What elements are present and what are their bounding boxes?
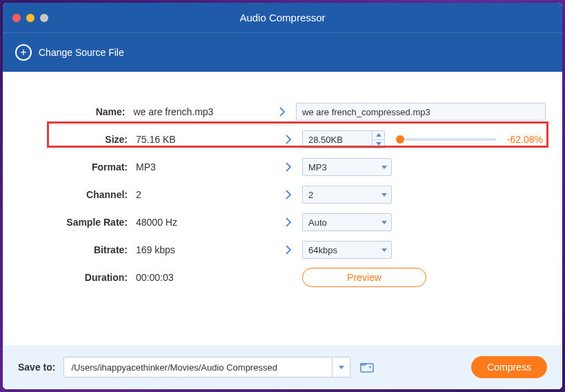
chevron-down-icon bbox=[377, 159, 391, 175]
arrow-icon bbox=[275, 135, 302, 144]
change-source-label: Change Source File bbox=[39, 47, 124, 58]
label-duration: Duration: bbox=[19, 272, 133, 283]
original-duration: 00:00:03 bbox=[133, 272, 275, 283]
size-slider[interactable] bbox=[399, 138, 496, 141]
original-channel: 2 bbox=[133, 189, 275, 200]
footer: Save to: Compress bbox=[3, 345, 562, 389]
maximize-icon[interactable] bbox=[40, 14, 48, 22]
slider-thumb[interactable] bbox=[396, 135, 404, 144]
row-sample-rate: Sample Rate: 48000 Hz Auto bbox=[19, 208, 546, 236]
row-channel: Channel: 2 2 bbox=[19, 181, 546, 208]
arrow-icon bbox=[275, 190, 302, 199]
label-channel: Channel: bbox=[19, 189, 133, 200]
plus-icon: + bbox=[15, 44, 32, 61]
save-path-dropdown-button[interactable] bbox=[333, 357, 350, 378]
arrow-icon bbox=[269, 107, 296, 117]
row-bitrate: Bitrate: 169 kbps 64kbps bbox=[19, 236, 546, 264]
open-folder-button[interactable] bbox=[359, 359, 375, 375]
window-controls bbox=[12, 14, 48, 22]
size-reduction-percent: -62.08% bbox=[507, 134, 546, 145]
content-area: Name: we are french.mp3 Size: 75.16 KB 2… bbox=[3, 72, 562, 345]
sample-rate-select-value: Auto bbox=[303, 214, 377, 231]
original-sample-rate: 48000 Hz bbox=[133, 217, 275, 228]
target-size-spinner[interactable]: 28.50KB bbox=[302, 130, 385, 148]
original-name: we are french.mp3 bbox=[130, 106, 268, 117]
channel-select-value: 2 bbox=[303, 186, 377, 203]
target-size-value: 28.50KB bbox=[303, 131, 372, 148]
label-bitrate: Bitrate: bbox=[19, 244, 133, 255]
row-duration: Duration: 00:00:03 Preview bbox=[19, 264, 546, 291]
row-format: Format: MP3 MP3 bbox=[19, 153, 546, 181]
titlebar: Audio Compressor bbox=[3, 3, 562, 33]
channel-select[interactable]: 2 bbox=[302, 186, 392, 204]
row-size: Size: 75.16 KB 28.50KB -62.08% bbox=[19, 126, 546, 153]
arrow-icon bbox=[275, 217, 302, 227]
close-icon[interactable] bbox=[12, 14, 21, 22]
window-title: Audio Compressor bbox=[3, 12, 562, 23]
original-bitrate: 169 kbps bbox=[133, 244, 275, 255]
minimize-icon[interactable] bbox=[26, 14, 34, 22]
size-step-up-button[interactable] bbox=[373, 131, 384, 139]
chevron-down-icon bbox=[377, 214, 391, 231]
arrow-icon bbox=[275, 245, 302, 255]
chevron-down-icon bbox=[377, 186, 391, 203]
toolbar: + Change Source File bbox=[3, 33, 562, 72]
change-source-button[interactable]: + Change Source File bbox=[15, 44, 124, 61]
sample-rate-select[interactable]: Auto bbox=[302, 213, 392, 231]
original-size: 75.16 KB bbox=[133, 134, 275, 145]
compress-button[interactable]: Compress bbox=[471, 356, 547, 378]
label-size: Size: bbox=[19, 134, 133, 145]
output-name-input[interactable] bbox=[296, 103, 546, 121]
row-name: Name: we are french.mp3 bbox=[19, 98, 546, 126]
save-to-label: Save to: bbox=[18, 362, 55, 373]
bitrate-select[interactable]: 64kbps bbox=[302, 241, 392, 259]
label-sample-rate: Sample Rate: bbox=[19, 217, 133, 228]
label-format: Format: bbox=[19, 161, 133, 173]
save-path-input[interactable] bbox=[63, 357, 333, 378]
arrow-icon bbox=[275, 162, 302, 172]
size-step-down-button[interactable] bbox=[373, 139, 384, 148]
app-window: Audio Compressor + Change Source File Na… bbox=[3, 3, 562, 389]
format-select[interactable]: MP3 bbox=[302, 158, 392, 176]
bitrate-select-value: 64kbps bbox=[303, 242, 377, 258]
save-path-control bbox=[63, 357, 350, 378]
folder-icon bbox=[360, 362, 374, 373]
chevron-down-icon bbox=[377, 242, 391, 258]
original-format: MP3 bbox=[133, 161, 275, 173]
preview-button[interactable]: Preview bbox=[302, 268, 426, 287]
label-name: Name: bbox=[19, 106, 130, 117]
format-select-value: MP3 bbox=[303, 159, 377, 175]
